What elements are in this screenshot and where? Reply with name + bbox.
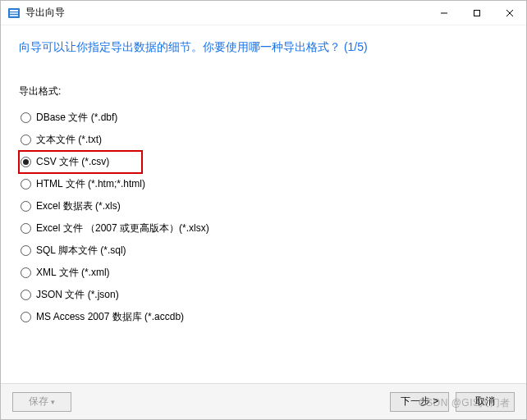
save-button[interactable]: 保存 ▾ bbox=[12, 392, 71, 412]
titlebar: 导出向导 bbox=[1, 1, 526, 25]
radio-icon[interactable] bbox=[21, 179, 31, 189]
format-option-label: Excel 数据表 (*.xls) bbox=[36, 199, 121, 213]
content-area: 导出格式: DBase 文件 (*.dbf)文本文件 (*.txt)CSV 文件… bbox=[1, 62, 526, 383]
format-option-label: 文本文件 (*.txt) bbox=[36, 133, 102, 147]
footer: 保存 ▾ 下一步 > 取消 bbox=[1, 383, 526, 419]
format-option[interactable]: XML 文件 (*.xml) bbox=[19, 262, 508, 284]
format-options: DBase 文件 (*.dbf)文本文件 (*.txt)CSV 文件 (*.cs… bbox=[19, 107, 508, 328]
format-option[interactable]: CSV 文件 (*.csv) bbox=[19, 151, 142, 173]
radio-icon[interactable] bbox=[21, 135, 31, 145]
radio-icon[interactable] bbox=[21, 312, 31, 322]
save-button-label: 保存 bbox=[29, 395, 48, 409]
radio-icon[interactable] bbox=[21, 245, 31, 256]
maximize-button[interactable] bbox=[461, 1, 493, 25]
format-option[interactable]: Excel 文件 （2007 或更高版本）(*.xlsx) bbox=[19, 217, 508, 240]
dropdown-icon: ▾ bbox=[51, 398, 55, 406]
svg-rect-5 bbox=[474, 10, 480, 16]
format-option[interactable]: Excel 数据表 (*.xls) bbox=[19, 195, 508, 217]
app-icon bbox=[7, 7, 21, 20]
format-option-label: Excel 文件 （2007 或更高版本）(*.xlsx) bbox=[36, 221, 209, 235]
cancel-button-label: 取消 bbox=[475, 395, 495, 409]
svg-rect-3 bbox=[10, 15, 18, 16]
format-option-label: CSV 文件 (*.csv) bbox=[36, 155, 109, 169]
minimize-button[interactable] bbox=[428, 1, 461, 25]
format-option[interactable]: HTML 文件 (*.htm;*.html) bbox=[19, 173, 508, 195]
format-option-label: JSON 文件 (*.json) bbox=[36, 288, 119, 302]
radio-icon[interactable] bbox=[21, 267, 31, 278]
radio-icon[interactable] bbox=[21, 201, 31, 212]
format-option[interactable]: MS Access 2007 数据库 (*.accdb) bbox=[19, 306, 508, 328]
format-option[interactable]: DBase 文件 (*.dbf) bbox=[19, 107, 508, 129]
next-button-label: 下一步 > bbox=[401, 395, 438, 409]
format-option[interactable]: SQL 脚本文件 (*.sql) bbox=[19, 240, 508, 262]
format-option-label: MS Access 2007 数据库 (*.accdb) bbox=[36, 310, 184, 324]
window-title: 导出向导 bbox=[25, 6, 65, 20]
radio-icon[interactable] bbox=[21, 157, 31, 167]
format-option[interactable]: JSON 文件 (*.json) bbox=[19, 284, 508, 306]
format-option-label: XML 文件 (*.xml) bbox=[36, 266, 110, 280]
radio-icon[interactable] bbox=[21, 290, 31, 300]
svg-rect-2 bbox=[10, 12, 18, 14]
radio-icon[interactable] bbox=[21, 112, 31, 123]
format-option-label: DBase 文件 (*.dbf) bbox=[36, 111, 117, 125]
close-button[interactable] bbox=[493, 1, 526, 25]
format-label: 导出格式: bbox=[19, 84, 508, 98]
wizard-heading: 向导可以让你指定导出数据的细节。你要使用哪一种导出格式？ (1/5) bbox=[1, 25, 526, 62]
format-option-label: HTML 文件 (*.htm;*.html) bbox=[36, 177, 145, 191]
cancel-button[interactable]: 取消 bbox=[456, 392, 515, 412]
format-option[interactable]: 文本文件 (*.txt) bbox=[19, 129, 508, 151]
next-button[interactable]: 下一步 > bbox=[390, 392, 449, 412]
svg-rect-1 bbox=[10, 10, 18, 11]
radio-icon[interactable] bbox=[21, 223, 31, 234]
format-option-label: SQL 脚本文件 (*.sql) bbox=[36, 244, 126, 258]
